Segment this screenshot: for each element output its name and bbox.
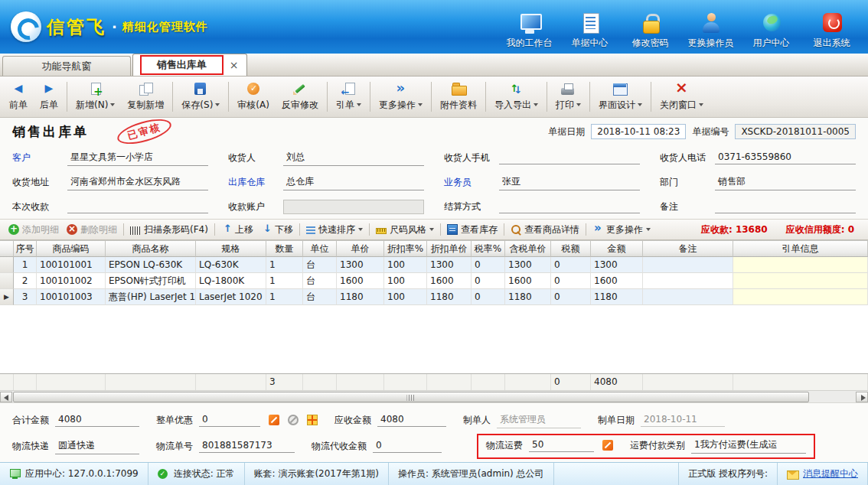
field-input-freight[interactable]: 50 xyxy=(529,438,594,452)
table-row[interactable]: 2100101002EPSON针式打印机LQ-1800K1台1600100160… xyxy=(0,273,868,289)
field-label-customer[interactable]: 客户 xyxy=(12,151,67,164)
grid-cell[interactable]: 0 xyxy=(472,289,505,305)
scroll-right-icon[interactable] xyxy=(856,392,868,402)
top-nav-switch-operator[interactable]: 更换操作员 xyxy=(680,5,741,54)
column-header-10[interactable]: 含税单价 xyxy=(505,241,551,257)
detail-delete-detail-button[interactable]: 删除明细 xyxy=(63,221,121,239)
column-header-0[interactable]: 序号 xyxy=(14,241,37,257)
grid-cell[interactable]: 2 xyxy=(14,273,37,289)
field-input-order-discount[interactable]: 0 xyxy=(199,413,260,427)
detail-size-style-button[interactable]: 尺码风格 xyxy=(372,221,438,239)
column-header-8[interactable]: 折扣单价 xyxy=(427,241,472,257)
detail-move-up-button[interactable]: 上移 xyxy=(217,221,257,239)
toolbar-attachments-button[interactable]: 附件资料 xyxy=(434,78,483,116)
column-header-2[interactable]: 商品名称 xyxy=(106,241,196,257)
toolbar-pull-button[interactable]: 引单 xyxy=(330,78,367,116)
detail-move-down-button[interactable]: 下移 xyxy=(257,221,297,239)
grid-cell[interactable]: LQ-1800K xyxy=(196,273,266,289)
discount-promo-icon[interactable] xyxy=(307,415,318,425)
grid-cell[interactable]: 1180 xyxy=(427,289,472,305)
discount-edit-icon[interactable] xyxy=(269,415,279,425)
table-row[interactable]: 1100101001EPSON LQ-630KLQ-630K1台13001001… xyxy=(0,257,868,273)
top-nav-doc-center[interactable]: 单据中心 xyxy=(560,5,620,54)
field-input-consignee-mobile[interactable] xyxy=(499,151,640,164)
grid-cell[interactable]: 1600 xyxy=(591,273,643,289)
tab-close-icon[interactable]: × xyxy=(228,59,240,71)
toolbar-more-ops-button[interactable]: 更多操作 xyxy=(373,78,429,116)
scroll-left-icon[interactable] xyxy=(0,392,12,402)
grid-cell[interactable]: 台 xyxy=(303,289,337,305)
grid-cell[interactable]: 1300 xyxy=(337,257,384,273)
field-input-create-date[interactable]: 2018-10-11 xyxy=(641,413,725,427)
grid-cell[interactable]: 1600 xyxy=(427,273,472,289)
grid-cell[interactable]: 100 xyxy=(384,273,427,289)
grid-cell[interactable] xyxy=(733,289,868,305)
field-input-payment-now[interactable] xyxy=(67,200,208,213)
detail-add-detail-button[interactable]: 添加明细 xyxy=(5,221,63,239)
row-selector[interactable] xyxy=(0,273,14,289)
field-input-creator[interactable]: 系统管理员 xyxy=(497,412,581,428)
column-header-11[interactable]: 税额 xyxy=(551,241,591,257)
table-row[interactable]: ▶3100101003惠普(HP) LaserJet 1020LaserJet … xyxy=(0,289,868,305)
column-header-12[interactable]: 金额 xyxy=(591,241,643,257)
field-input-tracking-no[interactable]: 801881587173 xyxy=(199,439,295,453)
field-input-logistics-express[interactable]: 圆通快递 xyxy=(55,438,139,454)
scrollbar-thumb[interactable] xyxy=(13,392,809,402)
column-header-9[interactable]: 税率% xyxy=(472,241,505,257)
toolbar-import-export-button[interactable]: 导入导出 xyxy=(488,78,544,116)
grid-cell[interactable] xyxy=(733,273,868,289)
field-input-address[interactable]: 河南省郑州市金水区东风路 xyxy=(67,174,208,190)
field-input-department[interactable]: 销售部 xyxy=(715,174,856,190)
grid-cell[interactable]: 0 xyxy=(551,257,591,273)
column-header-1[interactable]: 商品编码 xyxy=(37,241,106,257)
toolbar-audit-button[interactable]: 审核(A) xyxy=(231,78,276,116)
toolbar-prev-button[interactable]: 前单 xyxy=(3,78,34,116)
grid-cell[interactable]: EPSON针式打印机 xyxy=(106,273,196,289)
field-input-warehouse[interactable]: 总仓库 xyxy=(283,174,424,190)
grid-cell[interactable] xyxy=(643,289,733,305)
grid-cell[interactable] xyxy=(643,273,733,289)
grid-cell[interactable]: 1 xyxy=(266,273,303,289)
top-nav-workstation[interactable]: 我的工作台 xyxy=(499,5,560,54)
detail-quick-sort-button[interactable]: 快速排序 xyxy=(302,221,367,239)
tab-nav-window[interactable]: 功能导航窗 xyxy=(2,56,131,76)
freight-edit-icon[interactable] xyxy=(602,440,613,451)
column-header-13[interactable]: 备注 xyxy=(643,241,733,257)
grid-cell[interactable]: 1600 xyxy=(505,273,551,289)
column-header-6[interactable]: 单价 xyxy=(337,241,384,257)
column-header-7[interactable]: 折扣率% xyxy=(384,241,427,257)
detail-more-button[interactable]: 更多操作 xyxy=(589,221,654,239)
grid-cell[interactable]: 1 xyxy=(266,257,303,273)
field-input-consignee[interactable]: 刘总 xyxy=(283,150,424,166)
field-input-payment-account[interactable] xyxy=(283,200,424,214)
detail-view-product-button[interactable]: 查看商品详情 xyxy=(507,221,583,239)
grid-cell[interactable]: 0 xyxy=(551,273,591,289)
grid-cell[interactable] xyxy=(733,257,868,273)
row-selector[interactable]: ▶ xyxy=(0,289,14,305)
status-text-message-center[interactable]: 消息提醒中心 xyxy=(803,467,858,480)
field-input-remark[interactable] xyxy=(715,200,856,213)
toolbar-unaudit-button[interactable]: 反审修改 xyxy=(276,78,325,116)
doc-no-input[interactable]: XSCKD-20181011-0005 xyxy=(735,124,856,139)
field-input-freight-pay-type[interactable]: 1我方付运费(生成运 xyxy=(691,438,806,454)
grid-cell[interactable]: 1 xyxy=(14,257,37,273)
field-input-settlement[interactable] xyxy=(499,200,640,213)
grid-cell[interactable]: 1300 xyxy=(591,257,643,273)
field-input-cod-amount[interactable]: 0 xyxy=(373,439,442,453)
top-nav-user-center[interactable]: 用户中心 xyxy=(741,5,801,54)
grid-cell[interactable]: 惠普(HP) LaserJet 1020 xyxy=(106,289,196,305)
tab-sales-outbound[interactable]: 销售出库单× xyxy=(132,54,247,76)
toolbar-ui-design-button[interactable]: 界面设计 xyxy=(592,78,648,116)
top-nav-exit-system[interactable]: 退出系统 xyxy=(801,5,862,54)
detail-scan-barcode-button[interactable]: 扫描条形码(F4) xyxy=(126,221,212,239)
grid-cell[interactable]: 100101001 xyxy=(37,257,106,273)
grid-cell[interactable]: 1300 xyxy=(427,257,472,273)
grid-cell[interactable]: 台 xyxy=(303,273,337,289)
grid-cell[interactable]: 100 xyxy=(384,289,427,305)
toolbar-save-button[interactable]: 保存(S) xyxy=(175,78,226,116)
doc-date-input[interactable]: 2018-10-11 08:23 xyxy=(591,124,686,139)
grid-cell[interactable]: 1600 xyxy=(337,273,384,289)
column-header-5[interactable]: 单位 xyxy=(303,241,337,257)
toolbar-print-button[interactable]: 打印 xyxy=(550,78,587,116)
grid-cell[interactable]: 100 xyxy=(384,257,427,273)
